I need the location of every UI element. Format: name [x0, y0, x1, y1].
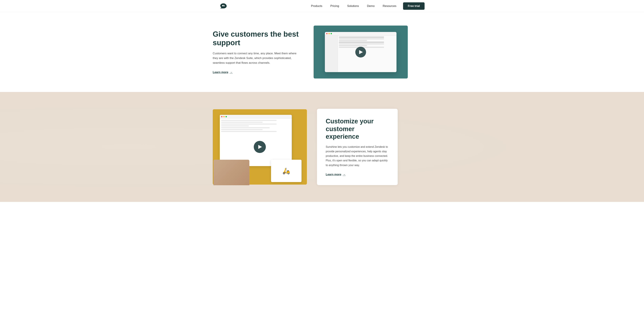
nav-item-products[interactable]: Products: [311, 4, 322, 8]
scooter-icon: 🛵: [282, 168, 290, 174]
mockup-titlebar: [325, 32, 396, 36]
cm-line-1: [221, 120, 276, 121]
cm-line-5: [221, 127, 270, 128]
cm-line-3: [221, 124, 276, 124]
nav-item-demo[interactable]: Demo: [367, 4, 375, 8]
mockup-main-area: [338, 36, 396, 72]
customize-dot-green: [226, 116, 227, 117]
customize-hand-graphic: [214, 160, 249, 185]
support-play-button[interactable]: [355, 47, 366, 58]
customize-learn-more-link[interactable]: Learn more →: [326, 173, 346, 176]
titlebar-dot-red: [326, 33, 328, 34]
support-learn-more-label: Learn more: [213, 70, 228, 74]
section-customize: 🛵 Customize your customer experience Sun…: [0, 92, 644, 202]
titlebar-dot-green: [330, 33, 332, 34]
cm-line-4: [221, 126, 249, 126]
support-media: [314, 26, 408, 78]
support-video-thumbnail[interactable]: [314, 26, 408, 78]
support-learn-more-link[interactable]: Learn more →: [213, 70, 233, 74]
support-learn-more-arrow-icon: →: [230, 70, 233, 74]
mockup-line-6: [339, 45, 367, 46]
nav-item-solutions[interactable]: Solutions: [347, 4, 359, 8]
nav-item-pricing[interactable]: Pricing: [330, 4, 339, 8]
nav-link-products[interactable]: Products: [311, 4, 322, 8]
mockup-line-5: [339, 43, 384, 44]
zendesk-logo-icon: [220, 3, 228, 9]
section-support: Give customers the best support Customer…: [0, 12, 644, 92]
support-body: Customers want to connect any time, any …: [213, 51, 300, 65]
customize-heading: Customize your customer experience: [326, 118, 389, 140]
customize-learn-more-arrow-icon: →: [343, 173, 346, 176]
customize-scooter-graphic: 🛵: [271, 160, 302, 182]
customize-video-thumbnail[interactable]: 🛵: [213, 109, 307, 184]
navbar: Products Pricing Solutions Demo Resource…: [0, 0, 644, 12]
customize-dot-yellow: [223, 116, 225, 117]
mockup-sidebar: [325, 36, 338, 72]
customize-mockup-screen: [220, 115, 292, 166]
nav-link-demo[interactable]: Demo: [367, 4, 375, 8]
nav-link-solutions[interactable]: Solutions: [347, 4, 359, 8]
cm-line-2: [221, 122, 263, 123]
free-trial-button[interactable]: Free trial: [403, 2, 424, 10]
customize-mockup-lines: [220, 118, 292, 133]
page-content: Give customers the best support Customer…: [0, 12, 644, 202]
customize-dot-red: [221, 116, 222, 117]
customize-play-button[interactable]: [254, 141, 266, 153]
logo[interactable]: [220, 3, 228, 10]
customize-body: Sunshine lets you customize and extend Z…: [326, 144, 389, 168]
nav-links: Products Pricing Solutions Demo Resource…: [311, 4, 396, 8]
mockup-line-1: [339, 37, 384, 38]
titlebar-dot-yellow: [328, 33, 330, 34]
support-heading: Give customers the best support: [213, 30, 300, 47]
customize-learn-more-label: Learn more: [326, 173, 341, 176]
customize-card: Customize your customer experience Sunsh…: [317, 109, 398, 185]
nav-link-pricing[interactable]: Pricing: [330, 4, 339, 8]
nav-item-resources[interactable]: Resources: [383, 4, 396, 8]
support-text-block: Give customers the best support Customer…: [213, 30, 300, 74]
mockup-line-2: [339, 38, 384, 39]
mockup-line-4: [339, 42, 384, 43]
play-icon: [359, 50, 363, 54]
mockup-line-3: [339, 40, 367, 41]
customize-play-icon: [258, 145, 262, 149]
nav-link-resources[interactable]: Resources: [383, 4, 396, 8]
cm-line-6: [221, 129, 263, 130]
customize-titlebar: [220, 115, 292, 118]
cm-line-7: [221, 131, 276, 132]
